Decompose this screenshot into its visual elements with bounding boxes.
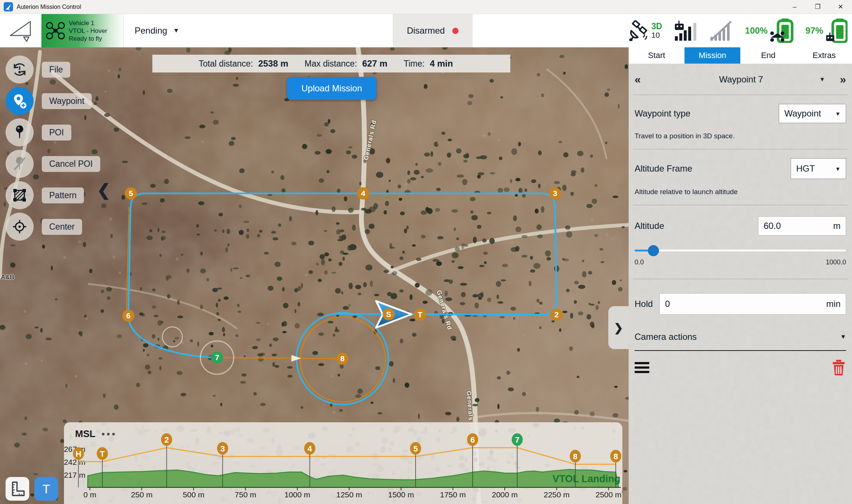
x-tick-label: 1250 m	[336, 490, 362, 499]
x-tick-label: 1000 m	[284, 490, 310, 499]
tab-end[interactable]: End	[740, 47, 796, 64]
drone-icon	[45, 20, 66, 41]
terrain-toggle-button[interactable]: T	[34, 477, 58, 501]
reorder-handle-icon[interactable]	[635, 360, 649, 375]
rc-signal-status[interactable]	[674, 20, 698, 41]
maximize-button[interactable]: ❐	[806, 0, 829, 14]
altitude-frame-value: HGT	[796, 163, 815, 174]
altitude-input[interactable]: 60.0 m	[758, 216, 846, 236]
prev-waypoint-button[interactable]: «	[635, 73, 641, 86]
altitude-slider[interactable]	[635, 245, 846, 256]
expand-panel-chevron[interactable]: ❯	[608, 306, 629, 349]
delete-waypoint-button[interactable]	[831, 359, 846, 376]
chart-title: MSL	[75, 428, 95, 439]
vehicle-type: VTOL - Hover	[69, 27, 107, 35]
chart-options-dots[interactable]	[112, 433, 115, 435]
slider-min-label: 0.0	[635, 258, 644, 266]
poi-pin-icon[interactable]	[6, 118, 34, 146]
camera-actions-label: Camera actions	[635, 332, 697, 342]
satellite-map[interactable]: Generals RdGenerals RdGenerals RdGeneral…	[0, 47, 629, 504]
gps-status[interactable]: 3D 10	[628, 20, 662, 41]
elevation-marker-label: 6	[470, 435, 475, 444]
x-tick-label: 500 m	[183, 490, 204, 499]
map-waypoint-label: 6	[126, 311, 131, 320]
app-logo-icon	[4, 2, 13, 11]
divider	[633, 205, 848, 205]
vehicle-battery-status[interactable]: 100%	[745, 18, 794, 43]
file-sync-icon[interactable]	[6, 55, 34, 84]
pattern-icon[interactable]	[6, 181, 34, 209]
tab-start[interactable]: Start	[629, 47, 684, 64]
max-distance-value: 627 m	[362, 58, 387, 69]
vehicle-card[interactable]: Vehicle 1 VTOL - Hover Ready to fly	[41, 14, 124, 47]
elevation-marker-label: 7	[515, 435, 520, 444]
mission-state-label: Pending	[135, 26, 167, 36]
tool-file[interactable]: File	[6, 55, 70, 84]
chevron-down-icon[interactable]: ▼	[819, 76, 825, 83]
telemetry-signal-status[interactable]	[710, 20, 733, 41]
tab-mission[interactable]: Mission	[684, 47, 740, 64]
camera-actions-row[interactable]: Camera actions ▼	[635, 332, 846, 342]
tool-waypoint-label[interactable]: Waypoint	[42, 93, 92, 109]
rc-battery-percent: 97%	[805, 26, 823, 36]
vehicle-battery-icon	[770, 18, 794, 43]
x-tick-label: 750 m	[235, 490, 256, 499]
tab-extras[interactable]: Extras	[796, 47, 852, 64]
slider-track[interactable]	[635, 250, 846, 251]
tool-cancel-poi[interactable]: Cancel POI	[6, 150, 100, 178]
elevation-marker-label: 3	[220, 444, 225, 453]
satellite-icon	[628, 20, 649, 41]
tool-pattern-label[interactable]: Pattern	[42, 187, 84, 203]
tool-center[interactable]: Center	[6, 213, 82, 241]
waypoint-navigator: « Waypoint 7 ▼ »	[635, 73, 846, 86]
collapse-tools-chevron[interactable]: ❮	[97, 180, 111, 199]
upload-mission-button[interactable]: Upload Mission	[287, 77, 376, 100]
slider-thumb[interactable]	[648, 245, 659, 256]
elevation-marker-label: T	[100, 449, 105, 459]
top-toolbar: Vehicle 1 VTOL - Hover Ready to fly Pend…	[0, 14, 852, 47]
waypoint-type-select[interactable]: Waypoint ▼	[779, 104, 846, 123]
tool-poi[interactable]: POI	[6, 118, 71, 146]
terrain-toggle-label: T	[43, 482, 50, 496]
waypoint-selector[interactable]: Waypoint 7	[641, 74, 842, 85]
minimize-button[interactable]: –	[783, 0, 806, 14]
close-button[interactable]: ✕	[829, 0, 852, 14]
tool-pattern[interactable]: Pattern	[6, 181, 84, 209]
x-tick-label: 2500 m	[595, 490, 621, 499]
map-waypoint-label: 7	[215, 353, 219, 362]
gps-satellite-count: 10	[651, 31, 662, 40]
tool-poi-label[interactable]: POI	[42, 125, 71, 141]
chart-options-dots[interactable]	[107, 433, 109, 435]
mission-state-dropdown[interactable]: Pending ▼	[124, 14, 194, 47]
rc-battery-status[interactable]: 97%	[805, 18, 848, 43]
max-distance-label: Max distance:	[305, 59, 357, 69]
panel-tabs: Start Mission End Extras	[629, 47, 852, 64]
vehicle-name: Vehicle 1	[69, 19, 107, 27]
elevation-profile-panel[interactable]: 0 m250 m500 m750 m1000 m1250 m1500 m1750…	[64, 422, 622, 504]
window-title: Auterion Mission Control	[17, 4, 81, 10]
tool-cancel-poi-label[interactable]: Cancel POI	[42, 156, 100, 172]
time-value: 4 min	[430, 58, 453, 69]
map-waypoint-label: 8	[340, 354, 345, 363]
next-waypoint-button[interactable]: »	[840, 73, 846, 86]
x-tick-label: 1750 m	[440, 490, 466, 499]
waypoint-type-value: Waypoint	[784, 108, 821, 119]
waypoint-pin-icon[interactable]	[6, 87, 34, 115]
x-tick-label: 1500 m	[388, 490, 414, 499]
divider	[633, 279, 848, 279]
mission-editor-panel: Start Mission End Extras « Waypoint 7 ▼ …	[629, 47, 852, 504]
altitude-frame-select[interactable]: HGT ▼	[791, 158, 846, 179]
y-tick-label: 217 m	[64, 471, 85, 479]
hold-input[interactable]: 0 min	[659, 293, 846, 315]
arm-state-label: Disarmed	[407, 26, 445, 36]
tool-center-label[interactable]: Center	[42, 219, 82, 235]
tool-waypoint[interactable]: Waypoint	[6, 87, 92, 115]
center-crosshair-icon[interactable]	[6, 213, 34, 241]
chart-options-dots[interactable]	[102, 433, 104, 435]
arm-state-button[interactable]: Disarmed	[393, 14, 473, 47]
plane-mode-button[interactable]	[0, 14, 41, 47]
measure-button[interactable]	[6, 477, 29, 501]
x-tick-label: 2000 m	[492, 490, 518, 499]
tool-file-label[interactable]: File	[42, 62, 70, 78]
rc-battery-icon	[825, 18, 848, 43]
